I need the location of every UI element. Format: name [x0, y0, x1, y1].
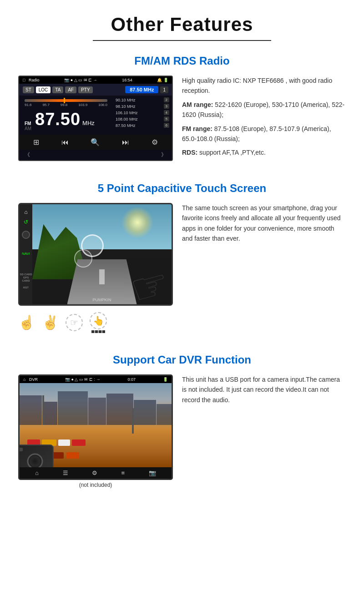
touch-side-back[interactable]: ↺: [24, 219, 28, 225]
radio-btn-loc[interactable]: LOC: [36, 86, 51, 93]
band-am: AM: [25, 126, 31, 131]
freq-display: 87.50: [35, 110, 81, 129]
radio-desc: High quality radio IC: NXP TEF6686 , wit…: [182, 76, 346, 96]
dvr-btn-home[interactable]: ⌂: [35, 470, 39, 476]
radio-section: FM/AM RDS Radio □ Radio 📷 ● △ ▭ ✉ ⊏ → 16…: [18, 55, 346, 162]
dvr-btn-camera[interactable]: 📷: [149, 470, 156, 476]
gesture-4: 👆: [90, 312, 107, 333]
freq-mhz: MHz: [82, 120, 95, 126]
radio-btn-af[interactable]: AF: [65, 86, 76, 93]
freq-list-item-5: 87.50 MHz: [116, 123, 136, 128]
dvr-section: Support Car DVR Function ⌂ DVR 📷 ● △ ▭ ✉…: [18, 354, 346, 488]
radio-status-left: □ Radio: [23, 78, 39, 82]
radio-info: High quality radio IC: NXP TEF6686 , wit…: [182, 76, 346, 162]
freq-list-item-2: 98.10 MHz: [116, 104, 136, 109]
gesture-double-icon: ✌: [42, 314, 59, 330]
radio-freq-num-1: 1: [160, 86, 168, 93]
radio-status-right: 🔔 🔋: [157, 78, 168, 82]
tuner-mark-3: 99.8: [61, 103, 68, 107]
touch-content: ⌂ ↺ NAVI SD CARDGPS CARD RST: [18, 203, 346, 333]
band-fm: FM: [25, 121, 31, 126]
touch-side-rst: RST: [23, 286, 29, 289]
gesture-tap-icon: ☝: [18, 314, 35, 330]
radio-fm: FM range: 87.5-108 (Europe), 87.5-107.9 …: [182, 124, 346, 144]
dvr-content: ⌂ DVR 📷 ● △ ▭ ✉ ⊏ : → 0:07 🔋: [18, 374, 346, 488]
radio-btn-st[interactable]: ST: [23, 86, 34, 93]
radio-btn-pty[interactable]: PTY: [78, 86, 92, 93]
radio-ctrl-next[interactable]: ⏭: [122, 138, 129, 146]
tuner-mark-4: 103.9: [78, 103, 87, 107]
gesture-line: [91, 330, 105, 333]
radio-rds: RDS: support AF,TA ,PTY,etc.: [182, 147, 346, 157]
radio-ctrl-prev[interactable]: ⏮: [61, 138, 69, 146]
gesture-circle-dashed: ☞: [66, 314, 83, 331]
freq-list-item-1: 90.10 MHz: [116, 98, 136, 102]
dvr-btn-list[interactable]: ≡: [121, 470, 125, 476]
page-title: Other Features: [93, 14, 272, 41]
touch-device: ⌂ ↺ NAVI SD CARDGPS CARD RST: [18, 203, 173, 333]
freq-list-item-4: 108.00 MHz: [116, 117, 138, 121]
freq-list-item-3: 106.10 MHz: [116, 111, 138, 115]
dvr-status-icons: 📷 ● △ ▭ ✉ ⊏ : →: [65, 377, 100, 382]
radio-time: 16:54: [122, 78, 132, 82]
page-header: Other Features: [18, 14, 346, 41]
touch-side-sd: SD CARDGPS CARD: [20, 273, 32, 283]
tuner-mark-5: 108.0: [98, 103, 107, 107]
gesture-3: ☞: [66, 314, 83, 331]
radio-ctrl-grid[interactable]: ⊞: [33, 138, 39, 146]
dvr-info: This unit has a USB port for a camera in…: [182, 374, 346, 409]
dvr-status-home: ⌂ DVR: [23, 377, 38, 382]
tuner-mark-2: 95.7: [42, 103, 50, 107]
touch-section: 5 Point Capacitive Touch Screen ⌂ ↺ NAVI…: [18, 182, 346, 333]
page-wrapper: Other Features FM/AM RDS Radio □ Radio 📷…: [0, 0, 364, 522]
radio-selected-freq: 87.50 MHz: [125, 86, 158, 93]
radio-screenshot: □ Radio 📷 ● △ ▭ ✉ ⊏ → 16:54 🔔 🔋 ST LOC T…: [18, 76, 173, 161]
dvr-device: ⌂ DVR 📷 ● △ ▭ ✉ ⊏ : → 0:07 🔋: [18, 374, 173, 488]
dvr-btn-settings[interactable]: ⚙: [92, 470, 97, 476]
gesture-circle-dashed-2: 👆: [90, 312, 107, 329]
radio-ctrl-menu[interactable]: ⚙: [152, 138, 158, 146]
radio-am: AM range: 522-1620 (Europe), 530-1710 (A…: [182, 100, 346, 120]
radio-status-icons: 📷 ● △ ▭ ✉ ⊏ →: [64, 78, 97, 82]
radio-ctrl-search[interactable]: 🔍: [91, 138, 100, 146]
dvr-btn-menu[interactable]: ☰: [63, 470, 68, 476]
radio-title: FM/AM RDS Radio: [18, 55, 346, 67]
touch-side-knob[interactable]: [22, 231, 30, 239]
radio-btn-ta[interactable]: TA: [52, 86, 63, 93]
dvr-title: Support Car DVR Function: [18, 354, 346, 366]
touch-info: The same touch screen as your smartphone…: [182, 203, 346, 247]
tuner-mark-1: 91.6: [25, 103, 32, 107]
touch-desc: The same touch screen as your smartphone…: [182, 203, 346, 244]
touch-brand: PUMPKIN: [92, 298, 111, 302]
touch-side-navi: NAVI: [22, 252, 30, 256]
not-included-label: (not included): [18, 482, 173, 488]
touch-title: 5 Point Capacitive Touch Screen: [18, 182, 346, 195]
dvr-status-right: 🔋: [163, 377, 168, 382]
dvr-desc: This unit has a USB port for a camera in…: [182, 374, 346, 405]
radio-nav-back[interactable]: 《: [25, 151, 30, 159]
gesture-2: ✌: [42, 314, 59, 330]
gesture-1: ☝: [18, 314, 35, 330]
touch-side-home[interactable]: ⌂: [24, 209, 27, 215]
radio-content: □ Radio 📷 ● △ ▭ ✉ ⊏ → 16:54 🔔 🔋 ST LOC T…: [18, 76, 346, 162]
radio-nav-forward[interactable]: 》: [161, 151, 167, 159]
gesture-row: ☝ ✌ ☞ 👆: [18, 312, 173, 333]
dvr-time: 0:07: [127, 377, 136, 382]
